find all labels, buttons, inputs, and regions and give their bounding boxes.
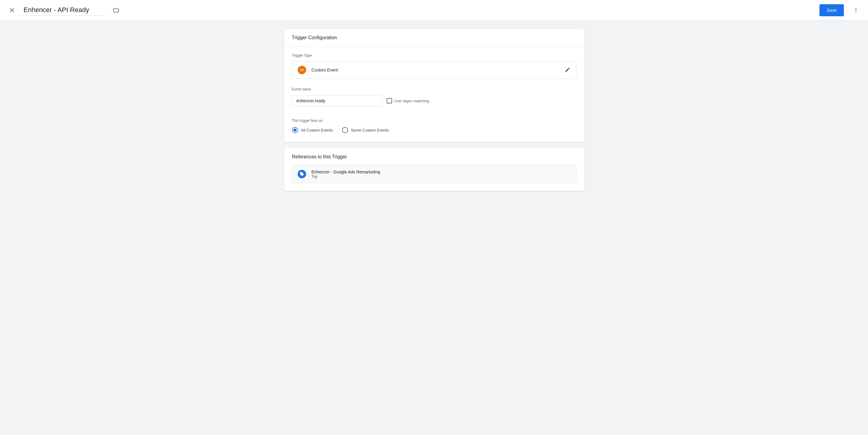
trigger-type-value: Custom Event bbox=[312, 68, 338, 72]
radio-button-selected bbox=[292, 127, 298, 133]
trigger-name-input[interactable] bbox=[24, 5, 106, 15]
regex-checkbox[interactable]: Use regex matching bbox=[386, 98, 430, 103]
pencil-icon bbox=[565, 67, 570, 73]
svg-point-4 bbox=[855, 11, 856, 12]
radio-some-label: Some Custom Events bbox=[351, 128, 389, 132]
reference-title: Enhencer - Google Ads Remarketing bbox=[312, 169, 380, 174]
more-menu-button[interactable] bbox=[850, 4, 862, 16]
more-vert-icon bbox=[853, 7, 859, 13]
regex-checkbox-label: Use regex matching bbox=[395, 99, 430, 103]
reference-subtitle: Tag bbox=[312, 174, 380, 179]
radio-some-custom-events[interactable]: Some Custom Events bbox=[342, 127, 389, 133]
save-button[interactable]: Save bbox=[819, 4, 844, 16]
trigger-type-selector[interactable]: Custom Event bbox=[292, 61, 576, 79]
references-card: References to this Trigger Enhencer - Go… bbox=[284, 148, 584, 191]
svg-point-2 bbox=[855, 8, 856, 9]
trigger-type-label: Trigger Type bbox=[292, 53, 576, 58]
editor-header: Save bbox=[0, 0, 868, 21]
config-section-title: Trigger Configuration bbox=[284, 29, 584, 47]
svg-point-3 bbox=[855, 10, 856, 10]
reference-row[interactable]: Enhencer - Google Ads Remarketing Tag bbox=[292, 165, 576, 183]
event-name-label: Event name bbox=[292, 87, 576, 91]
event-name-input[interactable] bbox=[292, 95, 382, 106]
close-icon bbox=[9, 7, 16, 13]
checkbox-box bbox=[386, 98, 392, 103]
trigger-config-card: Trigger Configuration Trigger Type Custo… bbox=[284, 29, 584, 142]
edit-trigger-type-button[interactable] bbox=[565, 67, 570, 73]
fires-on-label: This trigger fires on bbox=[292, 119, 576, 123]
references-section-title: References to this Trigger bbox=[284, 148, 584, 165]
radio-button-unselected bbox=[342, 127, 348, 133]
radio-all-custom-events[interactable]: All Custom Events bbox=[292, 127, 333, 133]
custom-event-icon bbox=[298, 66, 306, 74]
radio-all-label: All Custom Events bbox=[301, 128, 333, 132]
content-area: Trigger Configuration Trigger Type Custo… bbox=[284, 29, 584, 191]
folder-icon bbox=[113, 7, 119, 13]
folder-button[interactable] bbox=[110, 4, 122, 16]
tag-icon bbox=[298, 170, 306, 178]
close-button[interactable] bbox=[6, 4, 18, 16]
